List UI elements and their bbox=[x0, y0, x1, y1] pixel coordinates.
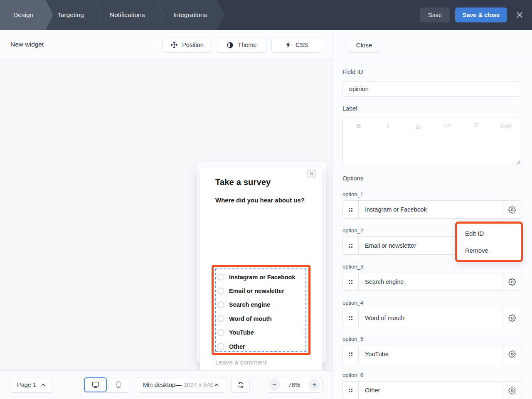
option-id-label: option_2 bbox=[342, 227, 363, 234]
save-button[interactable]: Save bbox=[420, 7, 450, 22]
option-value-input[interactable] bbox=[359, 315, 502, 321]
radio-option-label: Email or newsletter bbox=[229, 288, 284, 294]
radio-circle-icon[interactable] bbox=[217, 315, 224, 322]
device-toggle-group bbox=[84, 377, 130, 393]
variable-icon[interactable]: {var} bbox=[501, 123, 511, 128]
radio-option-label: Other bbox=[229, 343, 245, 350]
mobile-view-button[interactable] bbox=[107, 377, 130, 392]
options-section-label: Options bbox=[342, 175, 363, 182]
contrast-icon bbox=[227, 42, 234, 49]
gear-icon bbox=[508, 206, 516, 214]
editor-toolbar: B I U {var} bbox=[343, 118, 522, 129]
option-row bbox=[342, 345, 522, 363]
radio-circle-icon[interactable] bbox=[217, 301, 224, 308]
option-settings-button[interactable] bbox=[502, 345, 522, 363]
bottom-toolbar: Page 1 Min desktop— 1024 x 640 − 78% + bbox=[0, 370, 332, 399]
radio-option[interactable]: Email or newsletter bbox=[217, 284, 305, 298]
option-id-label: option_5 bbox=[342, 336, 363, 342]
radio-circle-icon[interactable] bbox=[217, 329, 224, 336]
close-editor-icon[interactable] bbox=[515, 11, 524, 19]
tab-targeting[interactable]: Targeting bbox=[53, 0, 102, 30]
option-row bbox=[342, 381, 522, 399]
radio-group-selection[interactable]: Instagram or Facebook Email or newslette… bbox=[215, 268, 306, 352]
option-row bbox=[342, 309, 522, 327]
move-icon bbox=[170, 41, 178, 49]
theme-button[interactable]: Theme bbox=[217, 37, 266, 53]
radio-option[interactable]: Search engine bbox=[217, 298, 305, 312]
zoom-out-button[interactable]: − bbox=[268, 379, 280, 391]
option-row bbox=[342, 273, 522, 291]
gear-icon bbox=[508, 350, 516, 358]
comment-input[interactable] bbox=[215, 359, 306, 371]
option-value-input[interactable] bbox=[359, 387, 502, 394]
survey-title: Take a survey bbox=[215, 177, 271, 187]
label-rich-text-editor[interactable]: B I U {var} bbox=[342, 118, 522, 166]
radio-option[interactable]: Other bbox=[217, 340, 305, 353]
menu-item-edit-id[interactable]: Edit ID bbox=[465, 229, 521, 238]
option-context-menu: Edit ID Remove bbox=[455, 222, 523, 262]
field-id-input[interactable] bbox=[342, 81, 522, 97]
widget-close-icon[interactable] bbox=[308, 170, 315, 177]
drag-handle-icon[interactable] bbox=[343, 273, 359, 291]
zoom-control: − 78% + bbox=[266, 377, 323, 393]
drag-handle-icon[interactable] bbox=[343, 345, 359, 363]
option-value-input[interactable] bbox=[359, 206, 502, 213]
resize-handle-icon[interactable] bbox=[516, 160, 520, 165]
radio-option[interactable]: YouTube bbox=[217, 326, 305, 340]
sub-header: New widget Position Theme CSS Close bbox=[0, 30, 532, 59]
position-button-label: Position bbox=[182, 42, 204, 48]
option-settings-button[interactable] bbox=[502, 273, 522, 291]
panel-close-button[interactable]: Close bbox=[344, 37, 380, 53]
zoom-level-value: 78% bbox=[288, 382, 300, 388]
drag-handle-icon[interactable] bbox=[343, 237, 359, 254]
screen-size-label: Min desktop— bbox=[143, 382, 182, 388]
radio-option-label: Word of mouth bbox=[229, 315, 272, 322]
zoom-in-button[interactable]: + bbox=[308, 379, 320, 391]
option-value-input[interactable] bbox=[359, 351, 502, 357]
option-id-label: option_3 bbox=[342, 264, 363, 270]
desktop-monitor-icon bbox=[91, 381, 100, 389]
radio-option[interactable]: Instagram or Facebook bbox=[217, 270, 305, 284]
clear-format-icon[interactable] bbox=[471, 122, 481, 129]
bold-icon[interactable]: B bbox=[354, 122, 364, 129]
desktop-view-button[interactable] bbox=[84, 377, 107, 392]
option-settings-button[interactable] bbox=[502, 201, 522, 218]
radio-list: Instagram or Facebook Email or newslette… bbox=[217, 270, 305, 351]
css-button-label: CSS bbox=[296, 42, 308, 48]
tab-integrations[interactable]: Integrations bbox=[164, 0, 224, 30]
menu-item-remove[interactable]: Remove bbox=[465, 246, 521, 255]
css-button[interactable]: CSS bbox=[271, 37, 321, 53]
lightning-bolt-icon bbox=[285, 41, 291, 49]
drag-handle-icon[interactable] bbox=[343, 382, 359, 399]
field-id-label: Field ID bbox=[342, 69, 363, 75]
radio-option[interactable]: Word of mouth bbox=[217, 312, 305, 325]
refresh-preview-button[interactable] bbox=[232, 377, 250, 393]
underline-icon[interactable]: U bbox=[413, 123, 423, 129]
drag-handle-icon[interactable] bbox=[343, 201, 359, 218]
top-navbar: Design Targeting Notifications Integrati… bbox=[0, 0, 532, 30]
link-icon[interactable] bbox=[442, 122, 452, 129]
radio-option-label: Instagram or Facebook bbox=[229, 274, 296, 281]
screen-size-selector[interactable]: Min desktop— 1024 x 640 bbox=[136, 377, 225, 393]
survey-question: Where did you hear about us? bbox=[215, 197, 305, 204]
option-id-label: option_6 bbox=[342, 372, 363, 378]
drag-handle-icon[interactable] bbox=[343, 309, 359, 327]
italic-icon[interactable]: I bbox=[383, 122, 393, 129]
option-id-label: option_1 bbox=[342, 191, 363, 197]
tab-design[interactable]: Design bbox=[0, 0, 53, 30]
option-settings-button[interactable] bbox=[502, 309, 522, 327]
option-settings-button[interactable] bbox=[502, 382, 522, 399]
tab-notifications[interactable]: Notifications bbox=[102, 0, 164, 30]
page-selector[interactable]: Page 1 bbox=[10, 377, 52, 393]
refresh-icon bbox=[237, 381, 244, 389]
option-value-input[interactable] bbox=[359, 278, 502, 285]
radio-circle-icon[interactable] bbox=[217, 273, 224, 281]
save-and-close-button[interactable]: Save & close bbox=[455, 7, 507, 22]
tab-targeting-label: Targeting bbox=[57, 11, 84, 19]
field-settings-panel: Field ID Label B I U {var} Options optio… bbox=[333, 59, 532, 399]
tab-design-label: Design bbox=[13, 11, 33, 19]
radio-circle-icon[interactable] bbox=[217, 288, 224, 295]
position-button[interactable]: Position bbox=[162, 37, 212, 53]
radio-circle-icon[interactable] bbox=[217, 343, 224, 350]
gear-icon bbox=[508, 278, 516, 286]
